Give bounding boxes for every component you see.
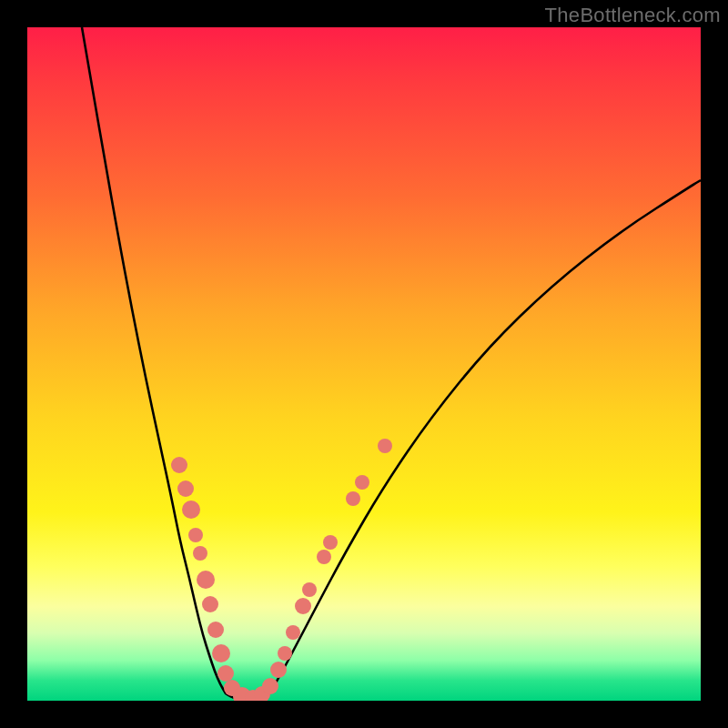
data-marker xyxy=(317,550,331,564)
data-marker xyxy=(177,480,194,497)
data-marker xyxy=(193,546,207,561)
data-marker xyxy=(295,598,311,614)
watermark-text: TheBottleneck.com xyxy=(545,4,721,27)
data-marker xyxy=(262,678,278,694)
data-marker xyxy=(302,582,317,597)
bottleneck-curve xyxy=(82,27,701,700)
data-marker xyxy=(212,644,230,662)
data-marker xyxy=(207,622,224,638)
data-marker xyxy=(278,646,292,661)
data-marker xyxy=(355,475,369,490)
data-marker xyxy=(171,457,187,473)
curve-layer xyxy=(27,27,701,701)
marker-group xyxy=(171,439,392,701)
data-marker xyxy=(323,535,338,550)
data-marker xyxy=(182,500,200,519)
plot-area xyxy=(27,27,701,701)
data-marker xyxy=(346,491,360,506)
data-marker xyxy=(270,662,287,678)
chart-frame: TheBottleneck.com xyxy=(0,0,728,728)
data-marker xyxy=(286,625,300,640)
data-marker xyxy=(217,665,234,682)
data-marker xyxy=(378,439,392,453)
data-marker xyxy=(188,528,203,542)
data-marker xyxy=(197,571,215,589)
data-marker xyxy=(202,596,218,612)
